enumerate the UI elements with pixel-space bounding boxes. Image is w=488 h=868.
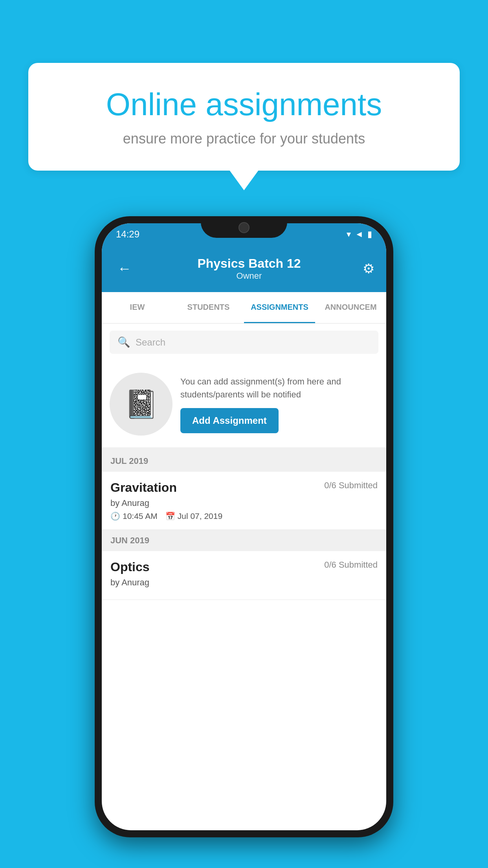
promo-content: You can add assignment(s) from here and … [180, 375, 378, 433]
assignment-item-optics[interactable]: Optics 0/6 Submitted by Anurag [102, 551, 386, 600]
assignment-item-gravitation[interactable]: Gravitation 0/6 Submitted by Anurag 🕐 10… [102, 472, 386, 530]
assignment-title-gravitation: Gravitation [110, 480, 177, 495]
promo-section: 📓 You can add assignment(s) from here an… [102, 361, 386, 451]
tab-iew[interactable]: IEW [102, 292, 173, 323]
assignment-submitted-optics: 0/6 Submitted [324, 560, 378, 570]
assignment-submitted-gravitation: 0/6 Submitted [324, 480, 378, 491]
tab-students[interactable]: STUDENTS [173, 292, 244, 323]
phone-screen: 14:29 ▾ ◄ ▮ ← Physics Batch 12 Owner ⚙ I… [102, 223, 386, 830]
wifi-icon: ▾ [347, 229, 351, 239]
status-time: 14:29 [116, 229, 139, 240]
header-role: Owner [136, 271, 363, 281]
main-title: Online assignments [60, 86, 428, 123]
tab-assignments[interactable]: ASSIGNMENTS [244, 292, 315, 323]
signal-icon: ◄ [355, 229, 363, 239]
assignment-top-optics: Optics 0/6 Submitted [110, 560, 378, 574]
search-bar[interactable]: 🔍 Search [110, 331, 378, 354]
assignment-time: 10:45 AM [123, 511, 158, 521]
calendar-icon: 📅 [165, 511, 175, 521]
time-meta: 🕐 10:45 AM [110, 511, 158, 521]
settings-button[interactable]: ⚙ [363, 261, 374, 276]
promo-icon-circle: 📓 [110, 373, 172, 436]
promo-description: You can add assignment(s) from here and … [180, 375, 378, 401]
phone-container: 14:29 ▾ ◄ ▮ ← Physics Batch 12 Owner ⚙ I… [95, 216, 393, 837]
header-title-area: Physics Batch 12 Owner [136, 256, 363, 281]
batch-name: Physics Batch 12 [136, 256, 363, 271]
assignment-title-optics: Optics [110, 560, 150, 574]
assignment-meta-gravitation: 🕐 10:45 AM 📅 Jul 07, 2019 [110, 511, 378, 521]
tab-announcements[interactable]: ANNOUNCEM [315, 292, 386, 323]
search-container: 🔍 Search [102, 324, 386, 361]
back-button[interactable]: ← [114, 256, 136, 281]
notebook-icon: 📓 [124, 388, 158, 420]
app-header: ← Physics Batch 12 Owner ⚙ [102, 245, 386, 292]
add-assignment-button[interactable]: Add Assignment [180, 408, 279, 433]
assignment-author-gravitation: by Anurag [110, 498, 378, 508]
assignment-top: Gravitation 0/6 Submitted [110, 480, 378, 495]
section-header-jul: JUL 2019 [102, 451, 386, 472]
section-header-jun: JUN 2019 [102, 530, 386, 551]
clock-icon: 🕐 [110, 511, 120, 521]
status-icons: ▾ ◄ ▮ [347, 229, 372, 239]
phone-frame: 14:29 ▾ ◄ ▮ ← Physics Batch 12 Owner ⚙ I… [95, 216, 393, 837]
assignment-date: Jul 07, 2019 [178, 511, 222, 521]
main-subtitle: ensure more practice for your students [60, 131, 428, 147]
date-meta: 📅 Jul 07, 2019 [165, 511, 222, 521]
speech-bubble: Online assignments ensure more practice … [28, 63, 460, 171]
battery-icon: ▮ [367, 229, 372, 239]
search-icon: 🔍 [117, 336, 130, 348]
camera [238, 222, 250, 233]
search-placeholder: Search [136, 337, 165, 348]
phone-notch [201, 216, 287, 238]
speech-bubble-container: Online assignments ensure more practice … [28, 63, 460, 171]
tabs-container: IEW STUDENTS ASSIGNMENTS ANNOUNCEM [102, 292, 386, 324]
assignment-author-optics: by Anurag [110, 577, 378, 588]
